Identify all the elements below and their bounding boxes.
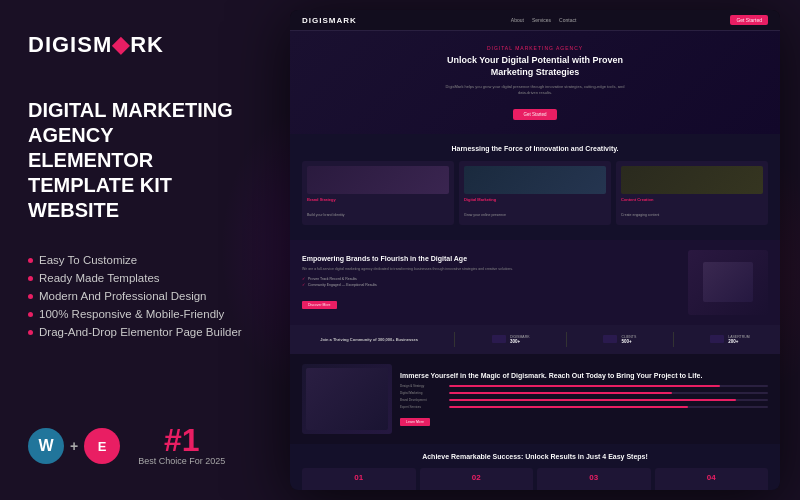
hero-title: Unlock Your Digital Potential with Prove…: [425, 55, 645, 78]
tagline: DIGITAL MARKETING AGENCY ELEMENTOR TEMPL…: [28, 98, 252, 223]
step-4: 04 Measuring & Reporting: [655, 468, 769, 490]
bar-label-2: Digital Marketing: [400, 391, 445, 395]
process-img-inner: [306, 368, 388, 430]
about-desc: We are a full-service digital marketing …: [302, 267, 678, 272]
elementor-icon: E: [84, 428, 120, 464]
bar-track-2: [449, 392, 768, 394]
about-feature-1: Proven Track Record & Results: [302, 277, 678, 281]
best-choice-text: Best Choice For 2025: [138, 456, 225, 468]
bar-row-1: Design & Strategy: [400, 384, 768, 388]
stat-item-1: DIGISMARK 300+: [492, 335, 530, 344]
bar-label-4: Expert Services: [400, 405, 445, 409]
stat-count-3: 200+: [728, 339, 750, 344]
stat-item-2: CLIENTS 500+: [603, 335, 636, 344]
stat-item-3: LASERTRUM 200+: [710, 335, 750, 344]
feature-item-5: Drag-And-Drop Elementor Page Builder: [28, 323, 252, 341]
stats-community-label: Join a Thriving Community of 300,000+ Bu…: [320, 337, 418, 342]
logo-mark: ◆: [112, 32, 130, 57]
about-title: Empowering Brands to Flourish in the Dig…: [302, 254, 678, 263]
mini-services-section: Harnessing the Force of Innovation and C…: [290, 134, 780, 240]
about-feature-2: Community Engaged — Exceptional Results: [302, 283, 678, 287]
bar-fill-2: [449, 392, 672, 394]
feature-item-1: Easy To Customize: [28, 251, 252, 269]
logo: DIGISM◆RK: [28, 32, 252, 58]
step-2: 02 Discover & Analyse: [420, 468, 534, 490]
process-bars: Design & Strategy Digital Marketing: [400, 384, 768, 409]
nav-link-1: About: [511, 17, 524, 23]
about-cta-button[interactable]: Discover More: [302, 301, 337, 309]
process-text: Immerse Yourself in the Magic of Digisma…: [400, 371, 768, 427]
features-list: Easy To Customize Ready Made Templates M…: [28, 251, 252, 341]
hero-cta-button[interactable]: Get Started: [513, 109, 556, 120]
website-preview: DIGISMARK About Services Contact Get Sta…: [290, 10, 780, 490]
nav-link-3: Contact: [559, 17, 576, 23]
process-title: Immerse Yourself in the Magic of Digisma…: [400, 371, 768, 380]
wp-elementor-logos: W + E: [28, 428, 120, 464]
bar-fill-3: [449, 399, 736, 401]
tagline-line1: DIGITAL MARKETING AGENCY ELEMENTOR TEMPL…: [28, 98, 252, 223]
service-card-1: Brand Strategy Build your brand identity: [302, 161, 454, 225]
mini-process-section: Immerse Yourself in the Magic of Digisma…: [290, 354, 780, 444]
feature-item-3: Modern And Professional Design: [28, 287, 252, 305]
feature-item-2: Ready Made Templates: [28, 269, 252, 287]
service-card-text-2: Grow your online presence: [464, 213, 506, 217]
about-image: [688, 250, 768, 315]
stats-divider-3: [673, 332, 674, 347]
stat-count-1: 300+: [510, 339, 530, 344]
service-card-3: Content Creation Create engaging content: [616, 161, 768, 225]
bar-row-4: Expert Services: [400, 405, 768, 409]
steps-grid: 01 Free Consultation 02 Discover & Analy…: [302, 468, 768, 490]
bar-row-3: Brand Development: [400, 398, 768, 402]
hero-subtitle: DIGITAL MARKETING AGENCY: [306, 45, 764, 51]
bar-fill-4: [449, 406, 688, 408]
bar-track-4: [449, 406, 768, 408]
mini-steps-section: Achieve Remarkable Success: Unlock Resul…: [290, 444, 780, 490]
step-num-2: 02: [425, 473, 529, 482]
services-cards-grid: Brand Strategy Build your brand identity…: [302, 161, 768, 225]
mini-nav-logo: DIGISMARK: [302, 16, 357, 25]
browser-mockup: DIGISMARK About Services Contact Get Sta…: [290, 10, 780, 490]
feature-item-4: 100% Responsive & Mobile-Friendly: [28, 305, 252, 323]
about-features-list: Proven Track Record & Results Community …: [302, 277, 678, 287]
stat-icon-2: [603, 335, 617, 343]
bar-fill-1: [449, 385, 720, 387]
service-card-label-2: Digital Marketing: [464, 197, 606, 202]
bar-label-1: Design & Strategy: [400, 384, 445, 388]
bar-track-1: [449, 385, 768, 387]
right-panel: DIGISMARK About Services Contact Get Sta…: [280, 0, 800, 500]
left-panel: DIGISM◆RK DIGITAL MARKETING AGENCY ELEME…: [0, 0, 280, 500]
step-num-3: 03: [542, 473, 646, 482]
service-card-label-3: Content Creation: [621, 197, 763, 202]
services-title: Harnessing the Force of Innovation and C…: [302, 144, 768, 153]
stats-divider-1: [454, 332, 455, 347]
service-card-text-3: Create engaging content: [621, 213, 659, 217]
service-card-text-1: Build your brand identity: [307, 213, 345, 217]
stats-divider-2: [566, 332, 567, 347]
stat-icon-1: [492, 335, 506, 343]
bar-row-2: Digital Marketing: [400, 391, 768, 395]
step-1: 01 Free Consultation: [302, 468, 416, 490]
bar-label-3: Brand Development: [400, 398, 445, 402]
service-card-img-1: [307, 166, 449, 194]
mini-nav-links: About Services Contact: [511, 17, 577, 23]
step-num-4: 04: [660, 473, 764, 482]
bottom-section: W + E #1 Best Choice For 2025: [28, 424, 252, 468]
steps-title: Achieve Remarkable Success: Unlock Resul…: [302, 452, 768, 461]
mini-nav: DIGISMARK About Services Contact Get Sta…: [290, 10, 780, 31]
bar-track-3: [449, 399, 768, 401]
number-one-badge: #1 Best Choice For 2025: [138, 424, 225, 468]
hero-desc: DigisMark helps you grow your digital pr…: [445, 84, 625, 95]
service-card-label-1: Brand Strategy: [307, 197, 449, 202]
service-card-2: Digital Marketing Grow your online prese…: [459, 161, 611, 225]
logo-text: DIGISM◆RK: [28, 32, 164, 58]
process-cta-button[interactable]: Learn More: [400, 418, 430, 426]
stat-count-2: 500+: [621, 339, 636, 344]
mini-hero-section: DIGITAL MARKETING AGENCY Unlock Your Dig…: [290, 31, 780, 134]
mini-nav-cta[interactable]: Get Started: [730, 15, 768, 25]
step-num-1: 01: [307, 473, 411, 482]
service-card-img-2: [464, 166, 606, 194]
plus-icon: +: [70, 438, 78, 454]
wordpress-icon: W: [28, 428, 64, 464]
step-3: 03 Purchase & Promote: [537, 468, 651, 490]
number-label: #1: [164, 424, 200, 456]
